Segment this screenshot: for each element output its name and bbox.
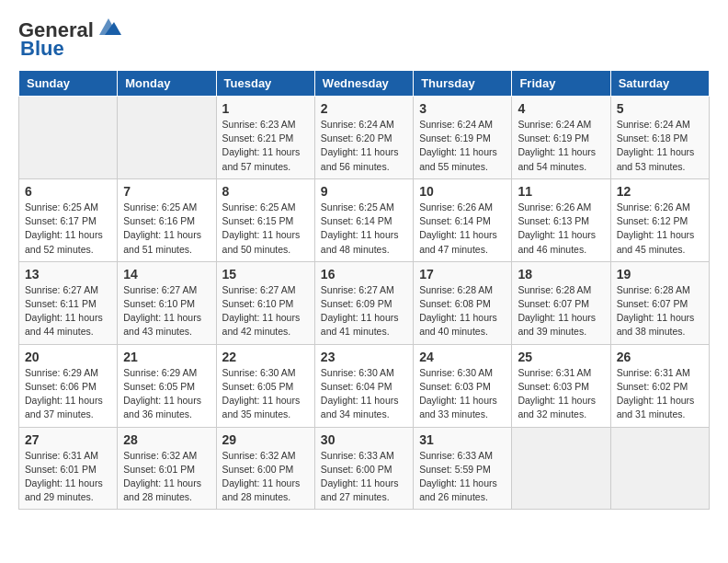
calendar-cell: 30Sunrise: 6:33 AMSunset: 6:00 PMDayligh…: [314, 427, 413, 510]
cell-info: Sunrise: 6:31 AMSunset: 6:03 PMDaylight:…: [518, 366, 604, 422]
week-row-5: 27Sunrise: 6:31 AMSunset: 6:01 PMDayligh…: [19, 427, 710, 510]
page-header: General Blue: [18, 18, 710, 61]
day-number: 20: [25, 350, 111, 364]
day-number: 31: [419, 432, 506, 447]
calendar-cell: 8Sunrise: 6:25 AMSunset: 6:15 PMDaylight…: [216, 178, 314, 261]
cell-info: Sunrise: 6:31 AMSunset: 6:02 PMDaylight:…: [617, 366, 703, 422]
cell-info: Sunrise: 6:29 AMSunset: 6:05 PMDaylight:…: [123, 366, 210, 422]
day-number: 26: [617, 350, 703, 364]
calendar-cell: 28Sunrise: 6:32 AMSunset: 6:01 PMDayligh…: [118, 427, 216, 510]
calendar-cell: [118, 97, 216, 179]
day-number: 18: [518, 267, 604, 282]
week-row-4: 20Sunrise: 6:29 AMSunset: 6:06 PMDayligh…: [19, 344, 710, 427]
calendar-table: SundayMondayTuesdayWednesdayThursdayFrid…: [18, 70, 710, 510]
cell-info: Sunrise: 6:25 AMSunset: 6:17 PMDaylight:…: [25, 201, 111, 257]
calendar-cell: 15Sunrise: 6:27 AMSunset: 6:10 PMDayligh…: [216, 261, 314, 344]
calendar-cell: 18Sunrise: 6:28 AMSunset: 6:07 PMDayligh…: [512, 261, 610, 344]
cell-info: Sunrise: 6:32 AMSunset: 6:01 PMDaylight:…: [123, 449, 210, 505]
day-number: 15: [222, 267, 309, 282]
header-row: SundayMondayTuesdayWednesdayThursdayFrid…: [19, 71, 710, 97]
day-number: 2: [321, 101, 407, 116]
calendar-cell: 23Sunrise: 6:30 AMSunset: 6:04 PMDayligh…: [314, 344, 413, 427]
cell-info: Sunrise: 6:28 AMSunset: 6:08 PMDaylight:…: [419, 283, 506, 339]
day-number: 28: [123, 432, 210, 447]
col-header-monday: Monday: [118, 71, 216, 97]
calendar-cell: 29Sunrise: 6:32 AMSunset: 6:00 PMDayligh…: [216, 427, 314, 510]
calendar-cell: [610, 427, 709, 510]
calendar-cell: 24Sunrise: 6:30 AMSunset: 6:03 PMDayligh…: [414, 344, 512, 427]
day-number: 7: [123, 184, 210, 199]
cell-info: Sunrise: 6:30 AMSunset: 6:03 PMDaylight:…: [419, 366, 506, 422]
calendar-cell: 4Sunrise: 6:24 AMSunset: 6:19 PMDaylight…: [512, 97, 610, 179]
calendar-cell: 5Sunrise: 6:24 AMSunset: 6:18 PMDaylight…: [610, 97, 709, 179]
week-row-3: 13Sunrise: 6:27 AMSunset: 6:11 PMDayligh…: [19, 261, 710, 344]
day-number: 25: [518, 350, 604, 364]
calendar-cell: 1Sunrise: 6:23 AMSunset: 6:21 PMDaylight…: [216, 97, 314, 179]
cell-info: Sunrise: 6:32 AMSunset: 6:00 PMDaylight:…: [222, 449, 309, 505]
logo-blue: Blue: [20, 37, 64, 61]
cell-info: Sunrise: 6:28 AMSunset: 6:07 PMDaylight:…: [518, 283, 604, 339]
calendar-cell: 19Sunrise: 6:28 AMSunset: 6:07 PMDayligh…: [610, 261, 709, 344]
cell-info: Sunrise: 6:25 AMSunset: 6:15 PMDaylight:…: [222, 201, 309, 257]
cell-info: Sunrise: 6:29 AMSunset: 6:06 PMDaylight:…: [25, 366, 111, 422]
cell-info: Sunrise: 6:33 AMSunset: 6:00 PMDaylight:…: [321, 449, 407, 505]
calendar-cell: [19, 97, 118, 179]
calendar-cell: [512, 427, 610, 510]
calendar-cell: 21Sunrise: 6:29 AMSunset: 6:05 PMDayligh…: [118, 344, 216, 427]
calendar-cell: 2Sunrise: 6:24 AMSunset: 6:20 PMDaylight…: [314, 97, 413, 179]
cell-info: Sunrise: 6:24 AMSunset: 6:18 PMDaylight:…: [617, 118, 703, 174]
day-number: 27: [25, 432, 111, 447]
logo-icon: [96, 18, 121, 35]
calendar-cell: 14Sunrise: 6:27 AMSunset: 6:10 PMDayligh…: [118, 261, 216, 344]
calendar-cell: 3Sunrise: 6:24 AMSunset: 6:19 PMDaylight…: [414, 97, 512, 179]
cell-info: Sunrise: 6:27 AMSunset: 6:09 PMDaylight:…: [321, 283, 407, 339]
cell-info: Sunrise: 6:25 AMSunset: 6:16 PMDaylight:…: [123, 201, 210, 257]
cell-info: Sunrise: 6:26 AMSunset: 6:12 PMDaylight:…: [617, 201, 703, 257]
cell-info: Sunrise: 6:24 AMSunset: 6:20 PMDaylight:…: [321, 118, 407, 174]
cell-info: Sunrise: 6:25 AMSunset: 6:14 PMDaylight:…: [321, 201, 407, 257]
day-number: 29: [222, 432, 309, 447]
cell-info: Sunrise: 6:27 AMSunset: 6:10 PMDaylight:…: [222, 283, 309, 339]
day-number: 6: [25, 184, 111, 199]
day-number: 17: [419, 267, 506, 282]
day-number: 4: [518, 101, 604, 116]
calendar-cell: 16Sunrise: 6:27 AMSunset: 6:09 PMDayligh…: [314, 261, 413, 344]
calendar-cell: 27Sunrise: 6:31 AMSunset: 6:01 PMDayligh…: [19, 427, 118, 510]
week-row-2: 6Sunrise: 6:25 AMSunset: 6:17 PMDaylight…: [19, 178, 710, 261]
calendar-cell: 7Sunrise: 6:25 AMSunset: 6:16 PMDaylight…: [118, 178, 216, 261]
calendar-cell: 25Sunrise: 6:31 AMSunset: 6:03 PMDayligh…: [512, 344, 610, 427]
day-number: 14: [123, 267, 210, 282]
cell-info: Sunrise: 6:27 AMSunset: 6:11 PMDaylight:…: [25, 283, 111, 339]
day-number: 21: [123, 350, 210, 364]
day-number: 8: [222, 184, 309, 199]
cell-info: Sunrise: 6:31 AMSunset: 6:01 PMDaylight:…: [25, 449, 111, 505]
col-header-friday: Friday: [512, 71, 610, 97]
day-number: 3: [419, 101, 506, 116]
calendar-cell: 11Sunrise: 6:26 AMSunset: 6:13 PMDayligh…: [512, 178, 610, 261]
cell-info: Sunrise: 6:26 AMSunset: 6:13 PMDaylight:…: [518, 201, 604, 257]
calendar-cell: 20Sunrise: 6:29 AMSunset: 6:06 PMDayligh…: [19, 344, 118, 427]
day-number: 12: [617, 184, 703, 199]
col-header-wednesday: Wednesday: [314, 71, 413, 97]
calendar-cell: 6Sunrise: 6:25 AMSunset: 6:17 PMDaylight…: [19, 178, 118, 261]
day-number: 1: [222, 101, 309, 116]
day-number: 9: [321, 184, 407, 199]
calendar-cell: 26Sunrise: 6:31 AMSunset: 6:02 PMDayligh…: [610, 344, 709, 427]
day-number: 5: [617, 101, 703, 116]
day-number: 23: [321, 350, 407, 364]
calendar-cell: 12Sunrise: 6:26 AMSunset: 6:12 PMDayligh…: [610, 178, 709, 261]
calendar-cell: 13Sunrise: 6:27 AMSunset: 6:11 PMDayligh…: [19, 261, 118, 344]
col-header-tuesday: Tuesday: [216, 71, 314, 97]
col-header-saturday: Saturday: [610, 71, 709, 97]
day-number: 16: [321, 267, 407, 282]
cell-info: Sunrise: 6:28 AMSunset: 6:07 PMDaylight:…: [617, 283, 703, 339]
day-number: 11: [518, 184, 604, 199]
day-number: 13: [25, 267, 111, 282]
calendar-cell: 9Sunrise: 6:25 AMSunset: 6:14 PMDaylight…: [314, 178, 413, 261]
cell-info: Sunrise: 6:24 AMSunset: 6:19 PMDaylight:…: [518, 118, 604, 174]
week-row-1: 1Sunrise: 6:23 AMSunset: 6:21 PMDaylight…: [19, 97, 710, 179]
col-header-sunday: Sunday: [19, 71, 118, 97]
day-number: 22: [222, 350, 309, 364]
calendar-cell: 17Sunrise: 6:28 AMSunset: 6:08 PMDayligh…: [414, 261, 512, 344]
day-number: 10: [419, 184, 506, 199]
